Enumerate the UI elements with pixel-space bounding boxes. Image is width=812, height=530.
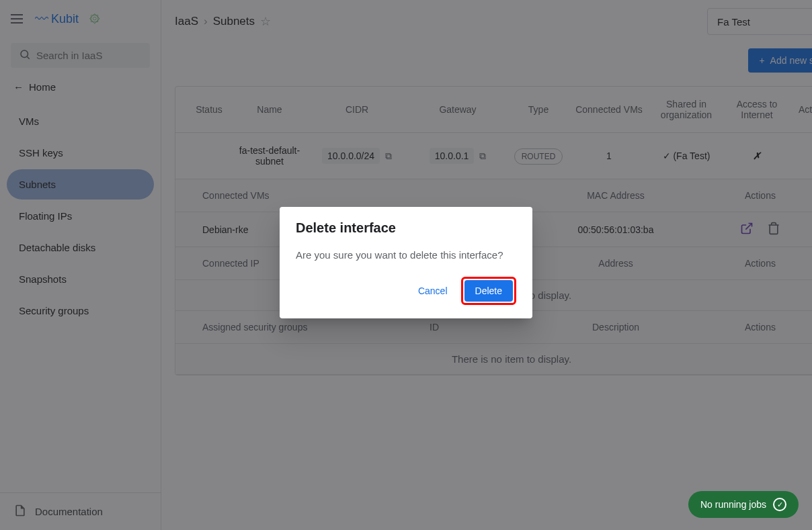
check-circle-icon: ✓ — [773, 498, 786, 511]
delete-button[interactable]: Delete — [464, 280, 513, 302]
delete-dialog: Delete interface Are you sure you want t… — [280, 207, 532, 318]
dialog-title: Delete interface — [296, 220, 516, 236]
jobs-label: No running jobs — [700, 499, 766, 510]
cancel-button[interactable]: Cancel — [410, 280, 456, 302]
jobs-status-pill[interactable]: No running jobs ✓ — [688, 491, 799, 518]
delete-highlight: Delete — [461, 277, 516, 305]
dialog-actions: Cancel Delete — [296, 277, 516, 305]
dialog-message: Are you sure you want to delete this int… — [296, 249, 516, 261]
